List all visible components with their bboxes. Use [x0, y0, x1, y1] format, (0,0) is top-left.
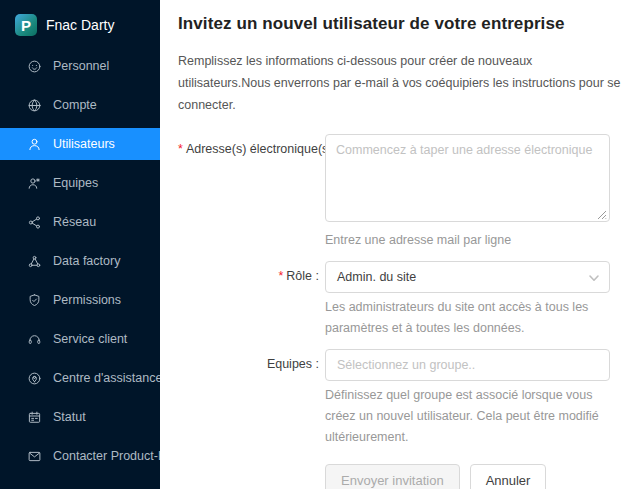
page-title: Invitez un nouvel utilisateur de votre e… — [178, 14, 624, 34]
shield-check-icon — [27, 293, 42, 308]
sidebar-item-label: Utilisateurs — [53, 137, 115, 151]
sidebar-item-label: Equipes — [53, 176, 98, 190]
resize-grip-icon[interactable] — [596, 209, 607, 220]
send-invitation-button[interactable]: Envoyer invitation — [325, 464, 460, 489]
app-logo-row: P Fnac Darty — [0, 0, 160, 40]
sidebar-item-label: Service client — [53, 332, 127, 346]
sidebar-item-label: Réseau — [53, 215, 96, 229]
smiley-icon — [27, 59, 42, 74]
sidebar-item-utilisateurs[interactable]: Utilisateurs — [0, 128, 160, 160]
teams-row: Equipes : Définissez quel groupe est ass… — [178, 349, 624, 448]
headset-icon — [27, 332, 42, 347]
sidebar-item-label: Centre d'assistance — [53, 371, 162, 385]
sidebar-item-permissions[interactable]: Permissions — [0, 284, 160, 316]
mail-icon — [27, 449, 42, 464]
required-mark: * — [178, 142, 183, 156]
role-select-value: Admin. du site — [337, 270, 416, 284]
app-window: P Fnac Darty Personnel Compte Utili — [0, 0, 625, 489]
sidebar-item-label: Permissions — [53, 293, 121, 307]
sidebar-item-equipes[interactable]: Equipes — [0, 167, 160, 199]
sidebar-item-label: Compte — [53, 98, 97, 112]
sidebar-item-centre-assistance[interactable]: Centre d'assistance — [0, 362, 160, 394]
user-icon — [27, 137, 42, 152]
email-helper-text: Entrez une adresse mail par ligne — [325, 230, 610, 251]
chevron-down-icon — [588, 272, 600, 284]
sidebar-item-label: Contacter Product-L... — [53, 449, 175, 463]
email-addresses-textarea[interactable] — [325, 134, 610, 222]
user-star-icon — [27, 176, 42, 191]
share-icon — [27, 215, 42, 230]
page-description: Remplissez les informations ci-dessous p… — [178, 50, 624, 116]
invite-user-panel: Invitez un nouvel utilisateur de votre e… — [160, 0, 625, 489]
role-label: *Rôle : — [178, 261, 325, 339]
teams-label: Equipes : — [178, 349, 325, 448]
sidebar-item-se-deconnecter[interactable]: Se déconnecter — [0, 479, 160, 489]
sidebar-item-contacter[interactable]: Contacter Product-L... — [0, 440, 160, 472]
role-select[interactable]: Admin. du site — [325, 261, 610, 293]
cancel-button[interactable]: Annuler — [470, 464, 547, 489]
sidebar-item-label: Statut — [53, 410, 86, 424]
app-logo: P — [15, 14, 37, 36]
sidebar-item-personnel[interactable]: Personnel — [0, 50, 160, 82]
teams-input[interactable] — [325, 349, 610, 381]
role-helper-text: Les administrateurs du site ont accès à … — [325, 297, 610, 339]
sidebar-item-label: Personnel — [53, 59, 109, 73]
required-mark: * — [278, 269, 283, 283]
globe-icon — [27, 98, 42, 113]
app-logo-text: Fnac Darty — [46, 17, 114, 33]
role-row: *Rôle : Admin. du site Les administrateu… — [178, 261, 624, 339]
sidebar-item-service-client[interactable]: Service client — [0, 323, 160, 355]
location-icon — [27, 371, 42, 386]
teams-helper-text: Définissez quel groupe est associé lorsq… — [325, 385, 610, 448]
sidebar-item-label: Data factory — [53, 254, 120, 268]
calendar-icon — [27, 410, 42, 425]
sidebar-menu: Personnel Compte Utilisateurs Equipes — [0, 50, 160, 489]
email-addresses-label: *Adresse(s) électronique(s) : — [178, 134, 325, 251]
sidebar-item-compte[interactable]: Compte — [0, 89, 160, 121]
sidebar-item-data-factory[interactable]: Data factory — [0, 245, 160, 277]
sidebar-item-statut[interactable]: Statut — [0, 401, 160, 433]
molecule-icon — [27, 254, 42, 269]
sidebar-item-reseau[interactable]: Réseau — [0, 206, 160, 238]
sidebar: P Fnac Darty Personnel Compte Utili — [0, 0, 160, 489]
form-buttons-row: Envoyer invitation Annuler — [325, 464, 624, 489]
email-addresses-row: *Adresse(s) électronique(s) : Entrez une… — [178, 134, 624, 251]
